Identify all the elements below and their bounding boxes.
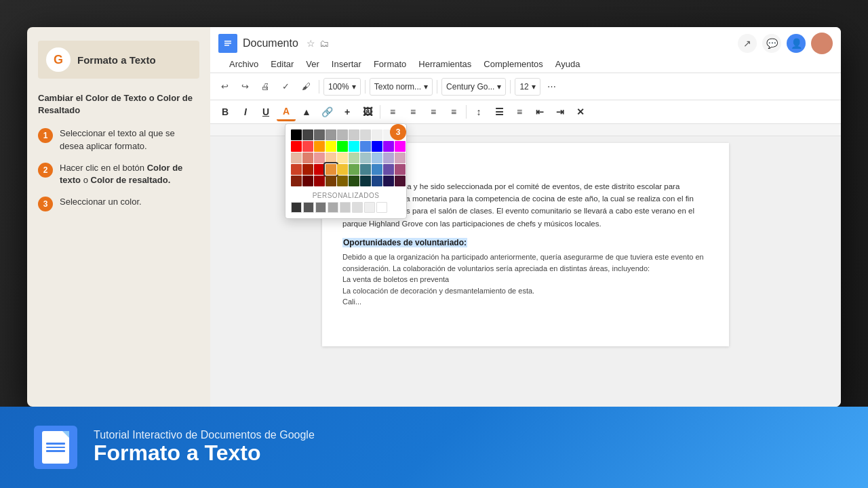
color-swatch[interactable] bbox=[291, 176, 302, 186]
print-button[interactable]: 🖨 bbox=[256, 78, 274, 96]
color-swatch[interactable] bbox=[349, 164, 359, 175]
menu-formato[interactable]: Formato bbox=[368, 57, 412, 71]
custom-color-swatch[interactable] bbox=[364, 202, 375, 213]
list-button[interactable]: ☰ bbox=[490, 102, 509, 121]
color-swatch[interactable] bbox=[372, 129, 382, 140]
color-swatch[interactable] bbox=[291, 129, 302, 140]
color-swatch[interactable] bbox=[395, 141, 406, 152]
color-swatch[interactable] bbox=[372, 141, 382, 152]
color-swatch[interactable] bbox=[383, 164, 394, 175]
custom-color-swatch[interactable] bbox=[340, 202, 351, 213]
custom-color-swatch[interactable] bbox=[291, 202, 302, 213]
paint-format-button[interactable]: 🖌 bbox=[297, 78, 315, 96]
indent-less-button[interactable]: ⇤ bbox=[530, 102, 549, 121]
star-icon[interactable]: ☆ bbox=[307, 38, 315, 49]
numbered-list-button[interactable]: ≡ bbox=[510, 102, 529, 121]
link-button[interactable]: 🔗 bbox=[317, 102, 336, 121]
color-swatch[interactable] bbox=[291, 164, 302, 175]
user-avatar[interactable] bbox=[811, 33, 833, 54]
align-justify-button[interactable]: ≡ bbox=[444, 102, 463, 121]
menu-editar[interactable]: Editar bbox=[265, 57, 299, 71]
color-swatch[interactable] bbox=[302, 141, 313, 152]
bottom-subtitle: Tutorial Interactivo de Documentos de Go… bbox=[94, 429, 315, 441]
color-swatch[interactable] bbox=[302, 152, 313, 163]
image-button[interactable]: + bbox=[338, 102, 357, 121]
color-swatch[interactable] bbox=[326, 164, 336, 175]
color-swatch[interactable] bbox=[314, 164, 325, 175]
color-swatch[interactable] bbox=[314, 141, 325, 152]
color-swatch[interactable] bbox=[337, 129, 348, 140]
menu-complementos[interactable]: Complementos bbox=[478, 57, 548, 71]
photo-button[interactable]: 🖼 bbox=[358, 102, 377, 121]
text-color-button[interactable]: A bbox=[277, 102, 296, 121]
color-swatch[interactable] bbox=[360, 176, 371, 186]
color-swatch[interactable] bbox=[302, 176, 313, 186]
color-swatch[interactable] bbox=[326, 152, 336, 163]
color-swatch[interactable] bbox=[302, 129, 313, 140]
bold-button[interactable]: B bbox=[216, 102, 235, 121]
folder-icon[interactable]: 🗂 bbox=[319, 38, 329, 49]
line-spacing-button[interactable]: ↕ bbox=[469, 102, 488, 121]
underline-button[interactable]: U bbox=[256, 102, 275, 121]
color-swatch[interactable] bbox=[383, 176, 394, 186]
menu-herramientas[interactable]: Herramientas bbox=[413, 57, 477, 71]
more-options-button[interactable]: ⋯ bbox=[543, 78, 561, 96]
custom-color-swatch[interactable] bbox=[328, 202, 338, 213]
align-left-button[interactable]: ≡ bbox=[383, 102, 402, 121]
color-swatch[interactable] bbox=[314, 176, 325, 186]
menu-insertar[interactable]: Insertar bbox=[326, 57, 367, 71]
color-swatch[interactable] bbox=[291, 152, 302, 163]
color-swatch[interactable] bbox=[337, 152, 348, 163]
color-swatch[interactable] bbox=[314, 152, 325, 163]
color-swatch[interactable] bbox=[360, 152, 371, 163]
size-dropdown[interactable]: 12 ▾ bbox=[515, 78, 540, 96]
color-swatch[interactable] bbox=[395, 164, 406, 175]
comment-icon[interactable]: 💬 bbox=[762, 34, 781, 53]
custom-color-swatch[interactable] bbox=[352, 202, 363, 213]
color-swatch[interactable] bbox=[372, 176, 382, 186]
color-swatch[interactable] bbox=[383, 152, 394, 163]
color-swatch[interactable] bbox=[337, 164, 348, 175]
color-swatch[interactable] bbox=[360, 164, 371, 175]
align-center-button[interactable]: ≡ bbox=[403, 102, 422, 121]
undo-button[interactable]: ↩ bbox=[216, 78, 233, 96]
color-swatch[interactable] bbox=[372, 164, 382, 175]
redo-button[interactable]: ↪ bbox=[236, 78, 254, 96]
align-right-button[interactable]: ≡ bbox=[424, 102, 443, 121]
color-swatch[interactable] bbox=[337, 176, 348, 186]
clear-format-button[interactable]: ✕ bbox=[571, 102, 590, 121]
zoom-dropdown[interactable]: 100% ▾ bbox=[323, 78, 361, 96]
font-dropdown[interactable]: Century Go... ▾ bbox=[441, 78, 506, 96]
color-swatch[interactable] bbox=[360, 141, 371, 152]
custom-color-swatch[interactable] bbox=[303, 202, 314, 213]
color-swatch[interactable] bbox=[291, 141, 302, 152]
color-swatch[interactable] bbox=[314, 129, 325, 140]
color-swatch[interactable] bbox=[326, 176, 336, 186]
italic-button[interactable]: I bbox=[236, 102, 255, 121]
custom-color-swatch[interactable] bbox=[315, 202, 326, 213]
color-swatch[interactable] bbox=[302, 164, 313, 175]
color-swatch[interactable] bbox=[349, 141, 359, 152]
share-icon[interactable]: 👤 bbox=[787, 34, 806, 53]
spell-check-button[interactable]: ✓ bbox=[277, 78, 294, 96]
menu-ayuda[interactable]: Ayuda bbox=[550, 57, 586, 71]
color-swatch[interactable] bbox=[372, 152, 382, 163]
color-swatch[interactable] bbox=[349, 152, 359, 163]
color-swatch[interactable] bbox=[326, 141, 336, 152]
color-swatch[interactable] bbox=[383, 141, 394, 152]
indent-more-button[interactable]: ⇥ bbox=[551, 102, 570, 121]
highlight-color-button[interactable]: ▲ bbox=[297, 102, 316, 121]
color-swatch[interactable] bbox=[395, 176, 406, 186]
color-swatch[interactable] bbox=[360, 129, 371, 140]
color-swatch[interactable] bbox=[337, 141, 348, 152]
custom-color-swatch[interactable] bbox=[376, 202, 387, 213]
color-swatch[interactable] bbox=[326, 129, 336, 140]
color-swatch[interactable] bbox=[349, 176, 359, 186]
trending-icon[interactable]: ↗ bbox=[738, 34, 757, 53]
color-swatch[interactable] bbox=[349, 129, 359, 140]
doc-list3: Cali... bbox=[342, 296, 709, 308]
color-swatch[interactable] bbox=[395, 152, 406, 163]
menu-archivo[interactable]: Archivo bbox=[224, 57, 264, 71]
style-dropdown[interactable]: Texto norm... ▾ bbox=[370, 78, 433, 96]
menu-ver[interactable]: Ver bbox=[300, 57, 325, 71]
